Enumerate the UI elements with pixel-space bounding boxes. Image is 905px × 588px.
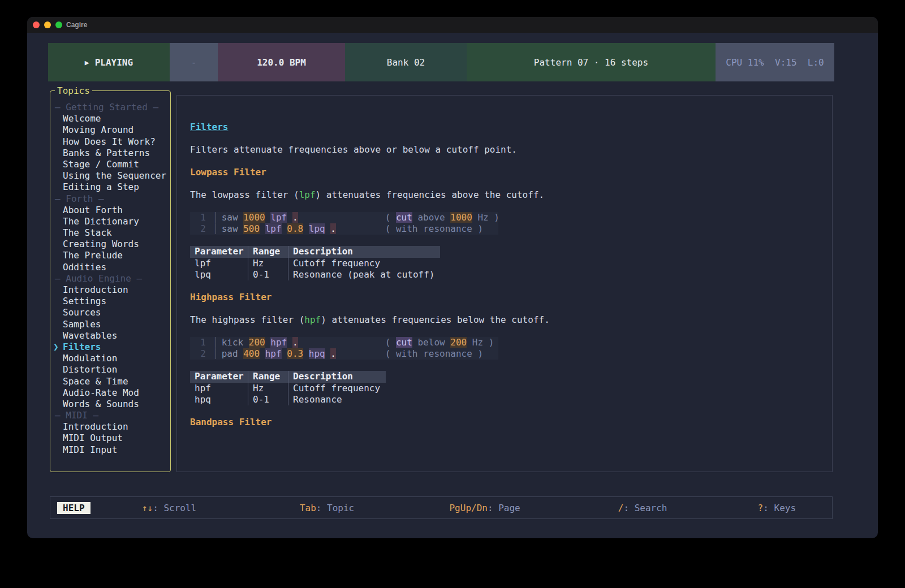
sidebar-item-the-stack[interactable]: The Stack [50, 227, 170, 239]
intro-paragraph: Filters attenuate frequencies above or b… [190, 144, 832, 155]
footer-hint-page: PgUp/Dn: Page [406, 503, 564, 513]
lowpass-heading: Lowpass Filter [190, 167, 832, 178]
table-cell: Resonance (peak at cutoff) [288, 269, 440, 280]
sidebar-item-wavetables[interactable]: Wavetables [50, 330, 170, 341]
sidebar-item-about-forth[interactable]: About Forth [50, 205, 170, 216]
table-cell: Hz [248, 383, 288, 394]
topics-list: — Getting Started —WelcomeMoving AroundH… [50, 91, 170, 456]
sidebar-section-header: — MIDI — [50, 410, 170, 421]
lowpass-paragraph: The lowpass filter (lpf) attenuates freq… [190, 189, 832, 201]
footer-hints: ↑↓: ScrollTab: TopicPgUp/Dn: Page/: Sear… [90, 503, 832, 513]
code-line: 2│saw 500 lpf 0.8 lpq . ( with resonance… [190, 223, 498, 235]
sidebar-title: Topics [55, 85, 92, 96]
table-header-cell: Parameter [190, 371, 248, 383]
sidebar-item-the-prelude[interactable]: The Prelude [50, 250, 170, 261]
sidebar-item-sources[interactable]: Sources [50, 307, 170, 318]
lowpass-code-example: 1│saw 1000 lpf . ( cut above 1000 Hz )2│… [190, 212, 498, 235]
sidebar-item-words-sounds[interactable]: Words & Sounds [50, 399, 170, 410]
minimize-window-button[interactable] [44, 21, 51, 28]
table-row: hpfHzCutoff frequency [190, 383, 386, 394]
sidebar-item-modulation[interactable]: Modulation [50, 353, 170, 364]
table-row: lpfHzCutoff frequency [190, 258, 440, 269]
bandpass-heading: Bandpass Filter [190, 417, 832, 428]
sidebar-item-how-does-it-work-[interactable]: How Does It Work? [50, 136, 170, 148]
sidebar-item-moving-around[interactable]: Moving Around [50, 124, 170, 136]
sidebar-item-space-time[interactable]: Space & Time [50, 376, 170, 387]
cpu-voices-indicator: CPU 11% V:15 L:0 [716, 43, 834, 81]
status-empty-segment: - [170, 43, 218, 81]
table-header-cell: Parameter [190, 246, 248, 258]
window-title: Cagire [66, 21, 87, 29]
title-bar: Cagire [27, 17, 878, 33]
table-header-cell: Description [288, 246, 440, 258]
sidebar-item-banks-patterns[interactable]: Banks & Patterns [50, 148, 170, 159]
table-cell: hpf [190, 383, 248, 394]
highpass-code-example: 1│kick 200 hpf . ( cut below 200 Hz )2│p… [190, 337, 498, 360]
sidebar-item-midi-input[interactable]: MIDI Input [50, 444, 170, 456]
footer-hint-keys: ?: Keys [722, 503, 832, 513]
sidebar-item-welcome[interactable]: Welcome [50, 113, 170, 124]
keybinding-footer: HELP ↑↓: ScrollTab: TopicPgUp/Dn: Page/:… [50, 496, 833, 519]
table-cell: lpf [190, 258, 248, 269]
bank-indicator: Bank 02 [345, 43, 467, 81]
code-line: 2│pad 400 hpf 0.3 hpq . ( with resonance… [190, 348, 498, 360]
highpass-paragraph: The highpass filter (hpf) attenuates fre… [190, 314, 832, 326]
help-content-panel[interactable]: Filters Filters attenuate frequencies ab… [176, 95, 833, 472]
sidebar-item-samples[interactable]: Samples [50, 319, 170, 330]
sidebar-item-filters[interactable]: ❯Filters [50, 341, 170, 353]
sidebar-item-editing-a-step[interactable]: Editing a Step [50, 181, 170, 193]
topics-sidebar: Topics — Getting Started —WelcomeMoving … [50, 90, 171, 472]
table-header-cell: Range [248, 371, 288, 383]
transport-status: ▶ PLAYING [48, 43, 170, 81]
play-icon: ▶ [85, 58, 89, 67]
table-cell: Cutoff frequency [288, 383, 386, 394]
sidebar-item-oddities[interactable]: Oddities [50, 262, 170, 273]
sidebar-item-audio-rate-mod[interactable]: Audio-Rate Mod [50, 387, 170, 399]
highpass-parameter-table: ParameterRangeDescriptionhpfHzCutoff fre… [190, 371, 386, 405]
sidebar-item-using-the-sequencer[interactable]: Using the Sequencer [50, 170, 170, 181]
table-row: hpq0-1Resonance [190, 394, 386, 405]
footer-hint-scroll: ↑↓: Scroll [90, 503, 248, 513]
footer-hint-search: /: Search [564, 503, 722, 513]
bpm-indicator: 120.0 BPM [218, 43, 345, 81]
sidebar-item-introduction[interactable]: Introduction [50, 421, 170, 433]
sidebar-item-the-dictionary[interactable]: The Dictionary [50, 216, 170, 227]
close-window-button[interactable] [33, 21, 40, 28]
table-header-cell: Range [248, 246, 288, 258]
zoom-window-button[interactable] [55, 21, 62, 28]
sidebar-section-header: — Audio Engine — [50, 273, 170, 284]
code-line: 1│saw 1000 lpf . ( cut above 1000 Hz ) [190, 212, 498, 223]
table-header-cell: Description [288, 371, 386, 383]
sidebar-item-stage-commit[interactable]: Stage / Commit [50, 159, 170, 170]
table-cell: lpq [190, 269, 248, 280]
help-mode-badge: HELP [57, 502, 90, 514]
transport-label: PLAYING [95, 57, 133, 68]
pattern-indicator: Pattern 07 · 16 steps [467, 43, 716, 81]
sidebar-section-header: — Getting Started — [50, 102, 170, 113]
sidebar-section-header: — Forth — [50, 193, 170, 205]
code-line: 1│kick 200 hpf . ( cut below 200 Hz ) [190, 337, 498, 348]
sidebar-item-midi-output[interactable]: MIDI Output [50, 433, 170, 444]
table-cell: Hz [248, 258, 288, 269]
app-window: Cagire ▶ PLAYING - 120.0 BPM Bank 02 Pat… [27, 17, 878, 538]
table-cell: Resonance [288, 394, 386, 405]
table-row: lpq0-1Resonance (peak at cutoff) [190, 269, 440, 280]
page-title: Filters [190, 122, 228, 133]
sidebar-item-settings[interactable]: Settings [50, 296, 170, 307]
table-cell: 0-1 [248, 394, 288, 405]
table-cell: hpq [190, 394, 248, 405]
status-bar: ▶ PLAYING - 120.0 BPM Bank 02 Pattern 07… [48, 43, 834, 81]
selected-arrow-icon: ❯ [53, 341, 59, 353]
sidebar-item-creating-words[interactable]: Creating Words [50, 239, 170, 250]
table-cell: Cutoff frequency [288, 258, 440, 269]
lowpass-parameter-table: ParameterRangeDescriptionlpfHzCutoff fre… [190, 246, 440, 280]
highpass-heading: Highpass Filter [190, 292, 832, 303]
footer-hint-topic: Tab: Topic [248, 503, 406, 513]
sidebar-item-introduction[interactable]: Introduction [50, 284, 170, 296]
table-cell: 0-1 [248, 269, 288, 280]
sidebar-item-distortion[interactable]: Distortion [50, 364, 170, 375]
